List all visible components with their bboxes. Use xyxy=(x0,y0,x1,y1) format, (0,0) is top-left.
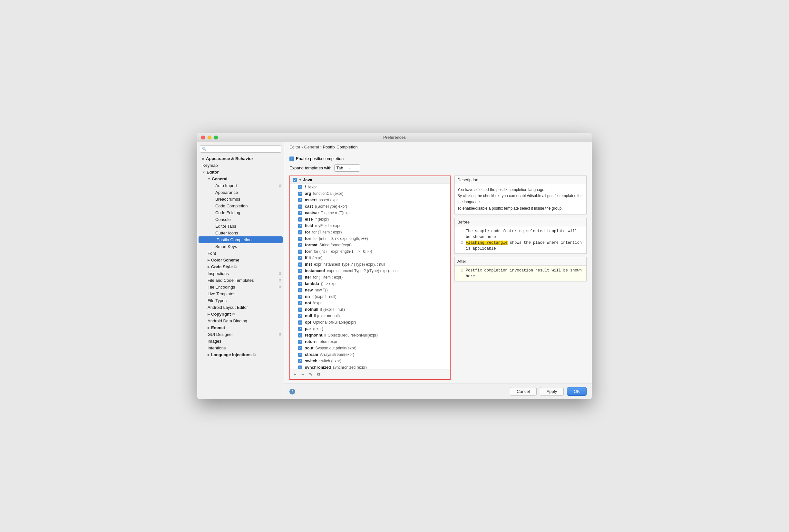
template-checkbox[interactable] xyxy=(298,250,302,254)
template-item[interactable]: elseif (!expr) xyxy=(290,216,450,223)
template-checkbox[interactable] xyxy=(298,205,302,209)
sidebar-item-appearance[interactable]: Appearance xyxy=(197,189,284,196)
template-checkbox[interactable] xyxy=(298,333,302,338)
sidebar-item-gutter-icons[interactable]: Gutter Icons xyxy=(197,230,284,236)
template-checkbox[interactable] xyxy=(298,276,302,280)
sidebar-item-editor-tabs[interactable]: Editor Tabs xyxy=(197,223,284,230)
template-checkbox[interactable] xyxy=(298,359,302,363)
sidebar-item-inspections[interactable]: Inspections ⧉ xyxy=(197,270,284,277)
template-item[interactable]: notnullif (expr != null) xyxy=(290,306,450,313)
sidebar-item-file-types[interactable]: File Types xyxy=(197,297,284,304)
sidebar-item-color-scheme[interactable]: ▶ Color Scheme xyxy=(197,256,284,263)
maximize-button[interactable] xyxy=(214,136,218,139)
sidebar-item-general[interactable]: ▼ General xyxy=(197,175,284,182)
template-checkbox[interactable] xyxy=(298,230,302,234)
template-item[interactable]: instexpr instanceof Type ? (Type) expr).… xyxy=(290,261,450,268)
sidebar-item-images[interactable]: Images xyxy=(197,338,284,345)
template-checkbox[interactable] xyxy=(298,224,302,228)
template-item[interactable]: forifor (int i = 0; i < expr.length; i++… xyxy=(290,235,450,242)
ok-button[interactable]: OK xyxy=(567,387,587,396)
template-item[interactable]: ifif (expr) xyxy=(290,255,450,261)
template-checkbox[interactable] xyxy=(298,282,302,286)
template-checkbox[interactable] xyxy=(298,340,302,344)
remove-button[interactable]: − xyxy=(299,370,306,378)
template-item[interactable]: not!expr xyxy=(290,300,450,306)
sidebar-item-gui-designer[interactable]: GUI Designer ⧉ xyxy=(197,331,284,338)
template-checkbox[interactable] xyxy=(298,301,302,305)
java-group-checkbox[interactable] xyxy=(293,178,297,182)
help-icon[interactable]: ? xyxy=(290,389,295,395)
template-item[interactable]: forfor (T item : expr) xyxy=(290,229,450,235)
search-input[interactable] xyxy=(208,147,279,151)
template-checkbox[interactable] xyxy=(298,353,302,357)
template-checkbox[interactable] xyxy=(298,269,302,273)
add-button[interactable]: + xyxy=(291,370,298,378)
template-item[interactable]: synchronizedsynchronized (expr) xyxy=(290,364,450,369)
sidebar-item-emmet[interactable]: ▶ Emmet xyxy=(197,324,284,331)
template-checkbox[interactable] xyxy=(298,314,302,318)
template-item[interactable]: switchswitch (expr) xyxy=(290,358,450,364)
sidebar-item-live-templates[interactable]: Live Templates xyxy=(197,290,284,297)
minimize-button[interactable] xyxy=(207,136,212,139)
sidebar-item-auto-import[interactable]: Auto Import ⧉ xyxy=(197,182,284,189)
template-item[interactable]: reqnonnullObjects.requireNonNull(expr) xyxy=(290,332,450,339)
template-item[interactable]: forrfor (int i = expr.length-1; i >= 0; … xyxy=(290,248,450,255)
template-item[interactable]: !!expr xyxy=(290,184,450,190)
sidebar-item-keymap[interactable]: Keymap xyxy=(197,162,284,169)
template-item[interactable]: assertassert expr xyxy=(290,197,450,203)
template-item[interactable]: newnew T() xyxy=(290,287,450,293)
template-item[interactable]: castvarT name = (T)expr xyxy=(290,210,450,216)
close-button[interactable] xyxy=(201,136,205,139)
template-item[interactable]: streamArrays.stream(expr) xyxy=(290,352,450,358)
sidebar-item-language-injections[interactable]: ▶ Language Injections ⧉ xyxy=(197,352,284,358)
template-item[interactable]: soutSystem.out.println(expr) xyxy=(290,345,450,352)
template-item[interactable]: fieldmyField = expr xyxy=(290,223,450,229)
template-item[interactable]: lambda() -> expr xyxy=(290,281,450,287)
sidebar-item-code-completion[interactable]: Code Completion xyxy=(197,203,284,209)
sidebar-item-editor[interactable]: ▼ Editor xyxy=(197,169,284,175)
template-checkbox[interactable] xyxy=(298,185,302,189)
enable-checkbox[interactable] xyxy=(290,156,294,161)
search-box[interactable]: 🔍 xyxy=(200,145,281,153)
copy-button[interactable]: ⧉ xyxy=(315,370,322,378)
template-item[interactable]: par(expr) xyxy=(290,326,450,332)
template-checkbox[interactable] xyxy=(298,263,302,267)
template-checkbox[interactable] xyxy=(298,237,302,241)
sidebar-item-android-data-binding[interactable]: Android Data Binding xyxy=(197,318,284,324)
template-item[interactable]: iterfor (T item : expr) xyxy=(290,274,450,281)
sidebar-item-code-folding[interactable]: Code Folding xyxy=(197,209,284,216)
template-item[interactable]: cast((SomeType) expr) xyxy=(290,203,450,210)
template-checkbox[interactable] xyxy=(298,217,302,222)
template-checkbox[interactable] xyxy=(298,288,302,292)
template-item[interactable]: argfunctionCall(expr) xyxy=(290,190,450,197)
cancel-button[interactable]: Cancel xyxy=(510,387,536,396)
template-checkbox[interactable] xyxy=(298,192,302,196)
sidebar-item-file-code-templates[interactable]: File and Code Templates ⧉ xyxy=(197,277,284,284)
sidebar-item-font[interactable]: Font xyxy=(197,250,284,256)
sidebar-item-android-layout-editor[interactable]: Android Layout Editor xyxy=(197,304,284,311)
sidebar-item-intentions[interactable]: Intentions xyxy=(197,345,284,352)
template-checkbox[interactable] xyxy=(298,198,302,202)
template-item[interactable]: returnreturn expr xyxy=(290,339,450,345)
template-checkbox[interactable] xyxy=(298,211,302,215)
template-item[interactable]: formatString.format(expr) xyxy=(290,242,450,248)
sidebar-item-console[interactable]: Console xyxy=(197,216,284,223)
template-checkbox[interactable] xyxy=(298,307,302,312)
sidebar-item-file-encodings[interactable]: File Encodings ⧉ xyxy=(197,284,284,290)
template-checkbox[interactable] xyxy=(298,327,302,331)
sidebar-item-smart-keys[interactable]: Smart Keys xyxy=(197,243,284,250)
template-item[interactable]: instanceofexpr instanceof Type ? ((Type)… xyxy=(290,268,450,274)
java-group-header[interactable]: ▼ Java xyxy=(290,176,450,184)
template-item[interactable]: optOptional.ofNullable(expr) xyxy=(290,319,450,326)
sidebar-item-code-style[interactable]: ▶ Code Style ⧉ xyxy=(197,263,284,270)
sidebar-item-copyright[interactable]: ▶ Copyright ⧉ xyxy=(197,311,284,318)
sidebar-item-postfix-completion[interactable]: Postfix Completion xyxy=(199,236,283,243)
edit-button[interactable]: ✎ xyxy=(307,370,314,378)
sidebar-item-breadcrumbs[interactable]: Breadcrumbs xyxy=(197,196,284,203)
apply-button[interactable]: Apply xyxy=(540,387,564,396)
template-checkbox[interactable] xyxy=(298,365,302,369)
template-item[interactable]: nnif (expr != null) xyxy=(290,293,450,300)
expand-dropdown[interactable]: Tab ⌄ xyxy=(334,164,360,172)
sidebar-item-appearance-behavior[interactable]: ▶ Appearance & Behavior xyxy=(197,155,284,162)
template-checkbox[interactable] xyxy=(298,346,302,350)
